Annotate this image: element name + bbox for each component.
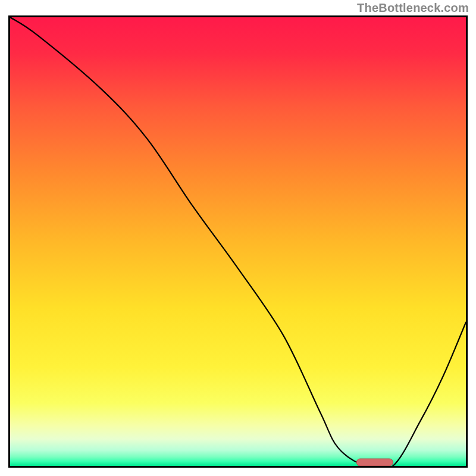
optimal-marker bbox=[356, 459, 393, 466]
chart-background-gradient bbox=[10, 17, 466, 466]
watermark-text: TheBottleneck.com bbox=[357, 1, 469, 15]
bottleneck-chart bbox=[8, 15, 468, 468]
chart-container bbox=[8, 15, 468, 468]
